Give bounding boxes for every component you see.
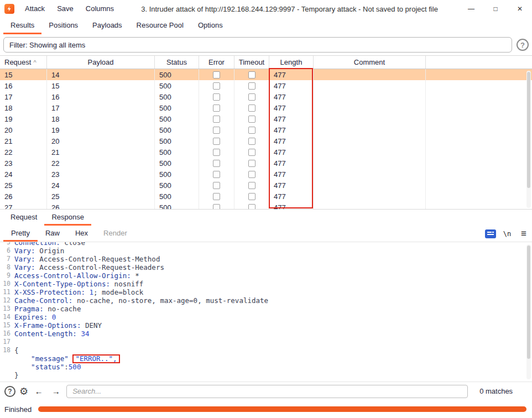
editor-menu-icon[interactable]: ≡ — [515, 226, 532, 242]
menu-columns[interactable]: Columns — [80, 0, 120, 18]
error-checkbox[interactable] — [213, 104, 220, 112]
tab-hex[interactable]: Hex — [67, 226, 96, 242]
table-row[interactable]: 1615500477 — [0, 80, 532, 91]
table-row[interactable]: 1817500477 — [0, 102, 532, 113]
help-icon[interactable]: ? — [517, 39, 529, 51]
cell-error — [199, 180, 234, 191]
table-scrollbar[interactable] — [526, 71, 531, 208]
gear-icon[interactable]: ⚙ — [19, 386, 28, 396]
timeout-checkbox[interactable] — [248, 182, 255, 189]
column-header-comment[interactable]: Comment — [314, 56, 426, 69]
main-tab-bar: Results Positions Payloads Resource Pool… — [0, 18, 532, 34]
timeout-checkbox[interactable] — [248, 104, 255, 112]
response-editor[interactable]: 5Connection: close6Vary: Origin7Vary: Ac… — [0, 242, 532, 382]
table-row[interactable]: 2726500477 — [0, 202, 532, 209]
cell-error — [199, 191, 234, 202]
error-checkbox[interactable] — [213, 138, 220, 145]
cell-comment — [314, 169, 426, 180]
table-scrollbar-thumb[interactable] — [527, 72, 530, 188]
previous-match-icon[interactable]: ← — [32, 385, 45, 398]
table-row[interactable]: 2221500477 — [0, 147, 532, 158]
error-checkbox[interactable] — [213, 171, 220, 178]
column-header-length[interactable]: Length — [269, 56, 314, 69]
table-row[interactable]: 2423500477 — [0, 169, 532, 180]
timeout-checkbox[interactable] — [248, 71, 255, 79]
table-row[interactable]: 2322500477 — [0, 158, 532, 169]
close-button[interactable]: ✕ — [508, 0, 532, 18]
filter-bar[interactable]: Filter: Showing all items — [3, 37, 512, 53]
column-header-timeout[interactable]: Timeout — [234, 56, 269, 69]
cell-timeout — [234, 202, 269, 209]
pretty-print-icon[interactable] — [482, 226, 499, 242]
error-checkbox[interactable] — [213, 116, 220, 123]
error-checkbox[interactable] — [213, 160, 220, 167]
cell-payload: 17 — [47, 102, 155, 113]
cell-comment — [314, 80, 426, 91]
maximize-button[interactable]: □ — [483, 0, 508, 18]
line-number — [0, 354, 14, 363]
editor-line: 10X-Content-Type-Options: nosniff — [0, 280, 532, 288]
column-header-payload[interactable]: Payload — [47, 56, 155, 69]
editor-help-icon[interactable]: ? — [4, 386, 15, 397]
tab-render[interactable]: Render — [96, 226, 135, 242]
timeout-checkbox[interactable] — [248, 127, 255, 134]
tab-request[interactable]: Request — [3, 210, 44, 226]
table-row[interactable]: 1716500477 — [0, 91, 532, 102]
error-checkbox[interactable] — [213, 193, 220, 200]
error-checkbox[interactable] — [213, 71, 220, 79]
table-row[interactable]: 1514500477 — [0, 69, 532, 80]
error-checkbox[interactable] — [213, 149, 220, 156]
tab-payloads[interactable]: Payloads — [85, 18, 129, 34]
timeout-checkbox[interactable] — [248, 116, 255, 123]
timeout-checkbox[interactable] — [248, 82, 255, 90]
table-row[interactable]: 2524500477 — [0, 180, 532, 191]
menu-attack[interactable]: Attack — [19, 0, 51, 18]
editor-scrollbar-thumb[interactable] — [527, 245, 530, 359]
minimize-button[interactable]: — — [459, 0, 483, 18]
error-checkbox[interactable] — [213, 204, 220, 210]
timeout-checkbox[interactable] — [248, 171, 255, 178]
line-content: "message" "ERROR..", — [14, 354, 120, 363]
results-table: Request ^ Payload Status Error Timeout L… — [0, 55, 532, 209]
editor-scrollbar[interactable] — [526, 244, 531, 379]
column-header-status[interactable]: Status — [155, 56, 199, 69]
timeout-checkbox[interactable] — [248, 160, 255, 167]
line-number: 18 — [0, 346, 14, 354]
tab-resource-pool[interactable]: Resource Pool — [129, 18, 191, 34]
tab-options[interactable]: Options — [191, 18, 230, 34]
error-checkbox[interactable] — [213, 93, 220, 101]
line-number: 11 — [0, 288, 14, 296]
column-header-request[interactable]: Request ^ — [0, 56, 47, 69]
timeout-checkbox[interactable] — [248, 138, 255, 145]
tab-raw[interactable]: Raw — [38, 226, 67, 242]
timeout-checkbox[interactable] — [248, 193, 255, 200]
tab-pretty[interactable]: Pretty — [3, 226, 38, 242]
cell-payload: 26 — [47, 202, 155, 209]
error-checkbox[interactable] — [213, 127, 220, 134]
menu-save[interactable]: Save — [51, 0, 80, 18]
search-input[interactable] — [66, 385, 468, 398]
show-newlines-icon[interactable]: \n — [499, 226, 515, 242]
window-title: 3. Intruder attack of http://192.168.244… — [120, 5, 459, 13]
timeout-checkbox[interactable] — [248, 204, 255, 210]
tab-positions[interactable]: Positions — [41, 18, 85, 34]
cell-comment — [314, 113, 426, 124]
tab-response[interactable]: Response — [44, 210, 91, 226]
timeout-checkbox[interactable] — [248, 149, 255, 156]
cell-error — [199, 202, 234, 209]
next-match-icon[interactable]: → — [49, 385, 62, 398]
table-row[interactable]: 2019500477 — [0, 124, 532, 135]
timeout-checkbox[interactable] — [248, 93, 255, 101]
cell-payload: 25 — [47, 191, 155, 202]
table-row[interactable]: 2120500477 — [0, 135, 532, 147]
cell-length: 477 — [269, 202, 314, 209]
column-header-error[interactable]: Error — [199, 56, 234, 69]
table-row[interactable]: 1918500477 — [0, 113, 532, 124]
error-checkbox[interactable] — [213, 182, 220, 189]
editor-line: 11X-XSS-Protection: 1; mode=block — [0, 288, 532, 296]
tab-results[interactable]: Results — [3, 18, 41, 34]
sort-ascending-icon: ^ — [33, 59, 36, 66]
cell-payload: 24 — [47, 180, 155, 191]
table-row[interactable]: 2625500477 — [0, 191, 532, 202]
error-checkbox[interactable] — [213, 82, 220, 90]
